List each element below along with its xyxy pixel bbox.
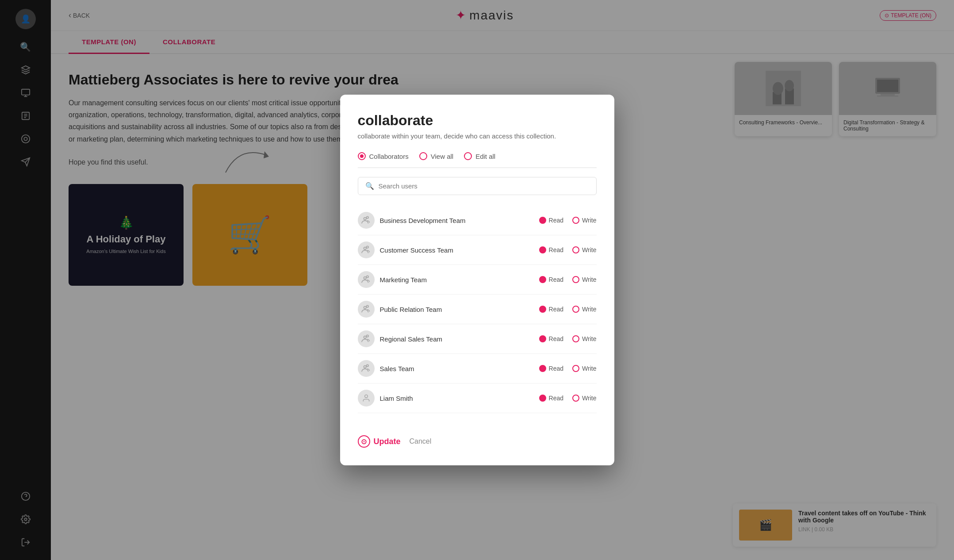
write-radio[interactable] [572,246,579,253]
team-row-person: Liam Smith Read Write [358,384,597,413]
svg-point-28 [366,216,368,219]
perm-read[interactable]: Read [539,217,563,224]
collaborators-label: Collaborators [369,153,409,160]
perm-read[interactable]: Read [539,306,563,313]
svg-point-30 [366,246,368,248]
team-row: Business Development Team Read Write [358,206,597,235]
team-row: Public Relation Team Read Write [358,295,597,324]
svg-point-38 [366,364,368,367]
perm-read[interactable]: Read [539,246,563,253]
team-permissions: Read Write [539,276,597,283]
team-permissions: Read Write [539,217,597,224]
update-label: Update [374,437,401,446]
perm-read[interactable]: Read [539,335,563,342]
team-avatar [358,212,375,229]
team-row: Sales Team Read Write [358,354,597,384]
team-name: Customer Success Team [380,246,534,254]
svg-point-33 [364,307,366,309]
team-list: Business Development Team Read Write [358,206,597,413]
perm-write[interactable]: Write [572,246,596,253]
perm-read[interactable]: Read [539,276,563,283]
svg-point-35 [364,336,366,339]
read-radio[interactable] [539,365,546,372]
viewall-radio[interactable] [419,152,427,160]
write-radio[interactable] [572,276,579,283]
tab-view-all[interactable]: View all [419,152,453,160]
perm-write[interactable]: Write [572,395,596,402]
editall-radio[interactable] [464,152,472,160]
read-radio[interactable] [539,306,546,313]
svg-point-32 [366,276,368,278]
read-radio[interactable] [539,217,546,224]
team-name: Sales Team [380,365,534,372]
tab-collaborators[interactable]: Collaborators [358,152,409,160]
read-radio[interactable] [539,276,546,283]
user-search-box[interactable]: 🔍 [358,177,597,195]
person-name: Liam Smith [380,395,534,402]
read-radio[interactable] [539,335,546,342]
svg-point-37 [364,366,366,368]
permission-tabs: Collaborators View all Edit all [358,152,597,168]
team-name: Business Development Team [380,217,534,224]
team-permissions: Read Write [539,246,597,253]
svg-point-31 [364,277,366,280]
person-avatar [358,390,375,407]
modal-title: collaborate [358,112,597,129]
read-radio[interactable] [539,246,546,253]
perm-write[interactable]: Write [572,276,596,283]
perm-read[interactable]: Read [539,395,563,402]
team-permissions: Read Write [539,365,597,372]
read-radio[interactable] [539,395,546,402]
svg-point-36 [366,335,368,337]
perm-write[interactable]: Write [572,365,596,372]
cancel-button[interactable]: Cancel [410,437,432,445]
svg-point-34 [366,305,368,307]
team-permissions: Read Write [539,306,597,313]
team-name: Regional Sales Team [380,335,534,343]
team-avatar [358,271,375,288]
team-avatar [358,301,375,318]
collaborators-radio[interactable] [358,152,366,160]
collaborate-modal: collaborate collaborate within your team… [340,95,614,465]
team-avatar [358,330,375,347]
modal-footer: ⊙ Update Cancel [358,426,597,448]
tab-edit-all[interactable]: Edit all [464,152,495,160]
write-radio[interactable] [572,395,579,402]
team-permissions: Read Write [539,395,597,402]
editall-label: Edit all [475,153,495,160]
team-avatar [358,360,375,377]
perm-read[interactable]: Read [539,365,563,372]
update-button[interactable]: ⊙ Update [358,435,401,448]
write-radio[interactable] [572,306,579,313]
team-row: Marketing Team Read Write [358,265,597,295]
write-radio[interactable] [572,365,579,372]
search-input[interactable] [379,182,589,190]
svg-point-29 [364,247,366,250]
modal-overlay[interactable]: collaborate collaborate within your team… [0,0,954,560]
viewall-label: View all [431,153,453,160]
update-circle-icon: ⊙ [358,435,370,448]
search-icon: 🔍 [365,182,374,190]
svg-point-27 [364,218,366,220]
team-row: Customer Success Team Read Write [358,235,597,265]
perm-write[interactable]: Write [572,217,596,224]
write-radio[interactable] [572,335,579,342]
team-avatar [358,242,375,258]
perm-write[interactable]: Write [572,335,596,342]
modal-subtitle: collaborate within your team, decide who… [358,132,597,140]
team-name: Marketing Team [380,276,534,284]
write-radio[interactable] [572,217,579,224]
team-row: Regional Sales Team Read Write [358,324,597,354]
team-permissions: Read Write [539,335,597,342]
svg-point-39 [364,395,368,398]
team-name: Public Relation Team [380,306,534,313]
perm-write[interactable]: Write [572,306,596,313]
